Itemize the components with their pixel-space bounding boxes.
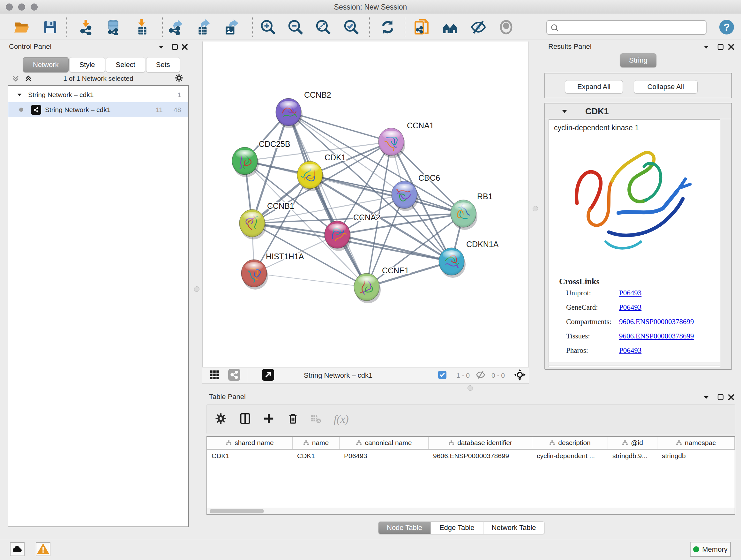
table-hscrollbar[interactable]: [207, 508, 735, 514]
network-node-CCNA1[interactable]: [379, 128, 405, 158]
hidden-eye-icon[interactable]: [476, 370, 485, 381]
help-button[interactable]: ?: [719, 20, 734, 35]
tab-node-table[interactable]: Node Table: [378, 521, 431, 534]
network-collection-row[interactable]: String Network – cdk1 1: [8, 87, 188, 102]
clone-network-icon[interactable]: [414, 19, 430, 36]
export-table-icon[interactable]: [195, 19, 212, 36]
network-edge[interactable]: [367, 261, 452, 287]
grid-view-icon[interactable]: [210, 370, 219, 381]
zoom-in-icon[interactable]: [260, 19, 276, 36]
tab-network[interactable]: Network: [23, 57, 69, 72]
refresh-icon[interactable]: [380, 19, 396, 36]
results-panel-float-icon[interactable]: [717, 43, 725, 51]
function-builder-icon[interactable]: f(x): [333, 413, 348, 425]
table-panel-close-icon[interactable]: [727, 393, 735, 401]
bottom-splitter-handle[interactable]: [468, 385, 473, 391]
table-row[interactable]: CDK1CDK1P064939606.ENSP00000378699cyclin…: [207, 449, 735, 462]
tab-edge-table[interactable]: Edge Table: [431, 521, 483, 534]
network-node-RB1[interactable]: [451, 200, 477, 230]
open-session-icon[interactable]: [13, 19, 30, 36]
tree-expander-icon[interactable]: [16, 91, 23, 99]
export-network-icon[interactable]: [167, 19, 184, 36]
control-panel-collapse-icon[interactable]: [157, 43, 165, 51]
crosslink-link[interactable]: P06493: [619, 347, 642, 355]
table-gear-icon[interactable]: [215, 413, 226, 426]
column-header-name[interactable]: name: [293, 437, 340, 449]
delete-column-trash-icon[interactable]: [287, 413, 298, 425]
results-panel-close-icon[interactable]: [727, 43, 735, 51]
network-node-HIST1H1A[interactable]: [241, 260, 268, 290]
table-cell[interactable]: CDK1: [293, 449, 340, 462]
tab-string[interactable]: String: [620, 53, 657, 67]
column-header-shared-name[interactable]: shared name: [207, 437, 293, 449]
results-panel-collapse-icon[interactable]: [702, 43, 711, 51]
control-panel-float-icon[interactable]: [171, 43, 179, 51]
memory-button[interactable]: Memory: [690, 542, 731, 557]
left-splitter-handle[interactable]: [194, 287, 199, 292]
column-header--id[interactable]: @id: [608, 437, 657, 449]
network-edge[interactable]: [254, 273, 367, 287]
show-all-icon[interactable]: [498, 19, 515, 36]
crosslink-link[interactable]: 9606.ENSP00000378699: [619, 332, 694, 340]
control-panel-close-icon[interactable]: [181, 43, 189, 51]
table-hscrollbar-thumb[interactable]: [210, 509, 264, 513]
open-in-window-icon[interactable]: [262, 369, 274, 382]
cloud-button[interactable]: [10, 542, 24, 556]
table-cell[interactable]: P06493: [340, 449, 428, 462]
column-header-canonical-name[interactable]: canonical name: [340, 437, 428, 449]
network-node-CDKN1A[interactable]: [439, 248, 466, 278]
collapse-all-button[interactable]: Collapse All: [634, 80, 697, 94]
import-network-from-database-icon[interactable]: [105, 19, 122, 36]
show-columns-icon[interactable]: [239, 413, 251, 426]
create-column-icon[interactable]: [263, 413, 274, 425]
tab-select[interactable]: Select: [106, 57, 145, 72]
import-network-icon[interactable]: [78, 19, 95, 36]
zoom-selected-icon[interactable]: [343, 19, 360, 36]
first-neighbors-icon[interactable]: [442, 19, 459, 36]
search-field[interactable]: [546, 20, 706, 35]
results-scroll-strip[interactable]: [549, 362, 720, 366]
network-node-CCNB2[interactable]: [276, 98, 302, 128]
zoom-fit-icon[interactable]: [315, 19, 332, 36]
table-panel-collapse-icon[interactable]: [702, 393, 711, 401]
table-panel-float-icon[interactable]: [717, 393, 725, 401]
table-cell[interactable]: stringdb:9...: [608, 449, 657, 462]
save-session-icon[interactable]: [42, 19, 58, 36]
column-header-namespac[interactable]: namespac: [657, 437, 735, 449]
table-cell[interactable]: cyclin-dependent ...: [532, 449, 608, 462]
network-share-icon[interactable]: [228, 369, 240, 382]
selected-checkbox-icon[interactable]: [438, 371, 447, 380]
table-cell[interactable]: stringdb: [657, 449, 735, 462]
crosslink-link[interactable]: P06493: [619, 289, 642, 297]
export-image-icon[interactable]: [223, 19, 239, 36]
import-table-icon[interactable]: [134, 19, 151, 36]
network-node-CCNA2[interactable]: [325, 221, 351, 251]
table-cell[interactable]: CDK1: [207, 449, 293, 462]
network-node-CDK1[interactable]: [297, 161, 324, 191]
network-node-CDC25B[interactable]: [232, 147, 259, 177]
search-input[interactable]: [563, 21, 703, 34]
network-edge[interactable]: [337, 235, 452, 261]
network-options-gear-icon[interactable]: [175, 74, 183, 82]
network-graph[interactable]: CCNB2CCNA1CDC25BCDK1CDC6RB1CCNB1CCNA2CDK…: [203, 42, 529, 367]
right-splitter-handle[interactable]: [533, 206, 538, 211]
tab-style[interactable]: Style: [70, 57, 105, 72]
expand-all-button[interactable]: Expand All: [565, 80, 623, 94]
birds-eye-view-icon[interactable]: [514, 369, 526, 382]
table-cell[interactable]: 9606.ENSP00000378699: [428, 449, 532, 462]
network-row-selected[interactable]: String Network – cdk1 11 48: [8, 102, 188, 117]
protein-section-header[interactable]: CDK1: [545, 104, 731, 119]
tab-sets[interactable]: Sets: [146, 57, 180, 72]
crosslink-link[interactable]: 9606.ENSP00000378699: [619, 318, 694, 326]
protein-expander-icon[interactable]: [560, 107, 569, 116]
tab-network-table[interactable]: Network Table: [483, 521, 545, 534]
warnings-button[interactable]: [36, 542, 51, 556]
network-canvas[interactable]: CCNB2CCNA1CDC25BCDK1CDC6RB1CCNB1CCNA2CDK…: [202, 42, 529, 367]
delete-table-icon[interactable]: [311, 413, 321, 425]
column-header-database-identifier[interactable]: database identifier: [428, 437, 532, 449]
network-node-CCNE1[interactable]: [354, 273, 381, 303]
zoom-out-icon[interactable]: [287, 19, 304, 36]
column-header-description[interactable]: description: [532, 437, 608, 449]
crosslink-link[interactable]: P06493: [619, 303, 642, 312]
hide-selection-icon[interactable]: [470, 19, 487, 36]
